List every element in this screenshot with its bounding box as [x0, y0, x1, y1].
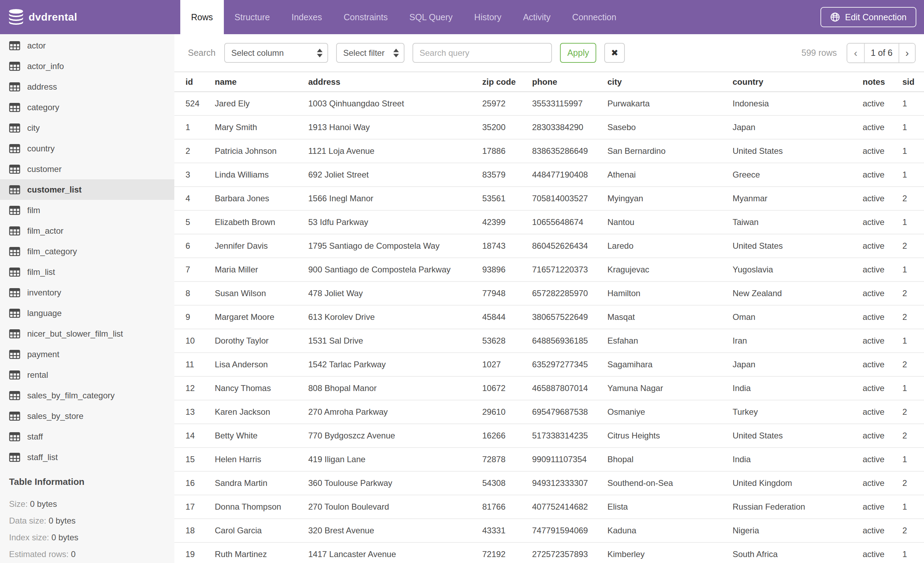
cell-address[interactable]: 270 Toulon Boulevard	[308, 495, 482, 519]
cell-country[interactable]: United Kingdom	[733, 471, 862, 495]
prev-page-button[interactable]: ‹	[847, 44, 865, 62]
cell-sid[interactable]: 2	[902, 471, 924, 495]
cell-id[interactable]: 2	[174, 139, 215, 163]
cell-id[interactable]: 3	[174, 163, 215, 187]
sidebar-item-payment[interactable]: payment	[0, 344, 174, 365]
cell-city[interactable]: San Bernardino	[608, 139, 733, 163]
cell-address[interactable]: 419 Iligan Lane	[308, 447, 482, 471]
cell-zip-code[interactable]: 45844	[482, 305, 532, 329]
cell-city[interactable]: Bhopal	[608, 447, 733, 471]
cell-phone[interactable]: 272572357893	[532, 542, 608, 563]
cell-sid[interactable]: 1	[902, 92, 924, 116]
cell-zip-code[interactable]: 93896	[482, 258, 532, 281]
cell-city[interactable]: Hamilton	[608, 281, 733, 305]
cell-phone[interactable]: 380657522649	[532, 305, 608, 329]
cell-name[interactable]: Karen Jackson	[215, 400, 308, 424]
cell-zip-code[interactable]: 16266	[482, 424, 532, 447]
cell-name[interactable]: Susan Wilson	[215, 281, 308, 305]
cell-address[interactable]: 900 Santiago de Compostela Parkway	[308, 258, 482, 281]
cell-address[interactable]: 1531 Sal Drive	[308, 329, 482, 353]
cell-sid[interactable]: 2	[902, 187, 924, 210]
edit-connection-button[interactable]: Edit Connection	[820, 7, 916, 27]
cell-id[interactable]: 4	[174, 187, 215, 210]
cell-zip-code[interactable]: 53561	[482, 187, 532, 210]
column-header-city[interactable]: city	[608, 72, 733, 92]
cell-country[interactable]: Yugoslavia	[733, 258, 862, 281]
cell-country[interactable]: Oman	[733, 305, 862, 329]
cell-name[interactable]: Maria Miller	[215, 258, 308, 281]
cell-zip-code[interactable]: 25972	[482, 92, 532, 116]
cell-phone[interactable]: 657282285970	[532, 281, 608, 305]
cell-name[interactable]: Nancy Thomas	[215, 376, 308, 400]
column-header-name[interactable]: name	[215, 72, 308, 92]
cell-address[interactable]: 1121 Loja Avenue	[308, 139, 482, 163]
cell-zip-code[interactable]: 17886	[482, 139, 532, 163]
sidebar-item-category[interactable]: category	[0, 97, 174, 117]
cell-id[interactable]: 18	[174, 519, 215, 542]
sidebar-item-rental[interactable]: rental	[0, 365, 174, 385]
clear-search-button[interactable]: ✖	[604, 43, 625, 63]
cell-sid[interactable]: 1	[902, 376, 924, 400]
cell-country[interactable]: Indonesia	[733, 92, 862, 116]
sidebar-item-sales_by_store[interactable]: sales_by_store	[0, 406, 174, 426]
tab-indexes[interactable]: Indexes	[280, 0, 333, 34]
column-header-address[interactable]: address	[308, 72, 482, 92]
sidebar-item-inventory[interactable]: inventory	[0, 282, 174, 303]
cell-city[interactable]: Nantou	[608, 210, 733, 234]
cell-address[interactable]: 1542 Tarlac Parkway	[308, 353, 482, 376]
cell-phone[interactable]: 517338314235	[532, 424, 608, 447]
cell-country[interactable]: Japan	[733, 116, 862, 139]
cell-city[interactable]: Purwakarta	[608, 92, 733, 116]
cell-city[interactable]: Southend-on-Sea	[608, 471, 733, 495]
cell-name[interactable]: Jared Ely	[215, 92, 308, 116]
cell-zip-code[interactable]: 1027	[482, 353, 532, 376]
column-header-sid[interactable]: sid	[902, 72, 924, 92]
cell-address[interactable]: 770 Bydgoszcz Avenue	[308, 424, 482, 447]
cell-country[interactable]: United States	[733, 139, 862, 163]
cell-name[interactable]: Helen Harris	[215, 447, 308, 471]
cell-name[interactable]: Patricia Johnson	[215, 139, 308, 163]
cell-phone[interactable]: 838635286649	[532, 139, 608, 163]
cell-country[interactable]: India	[733, 447, 862, 471]
cell-notes[interactable]: active	[862, 424, 902, 447]
cell-id[interactable]: 524	[174, 92, 215, 116]
cell-address[interactable]: 1913 Hanoi Way	[308, 116, 482, 139]
cell-id[interactable]: 12	[174, 376, 215, 400]
cell-country[interactable]: Myanmar	[733, 187, 862, 210]
cell-city[interactable]: Osmaniye	[608, 400, 733, 424]
cell-city[interactable]: Citrus Heights	[608, 424, 733, 447]
cell-zip-code[interactable]: 43331	[482, 519, 532, 542]
cell-notes[interactable]: active	[862, 542, 902, 563]
cell-phone[interactable]: 35533115997	[532, 92, 608, 116]
cell-city[interactable]: Athenai	[608, 163, 733, 187]
cell-notes[interactable]: active	[862, 116, 902, 139]
cell-city[interactable]: Kaduna	[608, 519, 733, 542]
sidebar-item-actor_info[interactable]: actor_info	[0, 56, 174, 77]
tab-rows[interactable]: Rows	[180, 0, 224, 34]
cell-phone[interactable]: 465887807014	[532, 376, 608, 400]
cell-address[interactable]: 1566 Inegl Manor	[308, 187, 482, 210]
cell-id[interactable]: 14	[174, 424, 215, 447]
cell-id[interactable]: 6	[174, 234, 215, 258]
cell-notes[interactable]: active	[862, 353, 902, 376]
cell-name[interactable]: Jennifer Davis	[215, 234, 308, 258]
sidebar-item-nicer_but_slower_film_list[interactable]: nicer_but_slower_film_list	[0, 323, 174, 344]
cell-name[interactable]: Dorothy Taylor	[215, 329, 308, 353]
cell-notes[interactable]: active	[862, 400, 902, 424]
cell-notes[interactable]: active	[862, 376, 902, 400]
tab-constraints[interactable]: Constraints	[333, 0, 399, 34]
column-header-phone[interactable]: phone	[532, 72, 608, 92]
cell-phone[interactable]: 860452626434	[532, 234, 608, 258]
tab-structure[interactable]: Structure	[224, 0, 280, 34]
cell-phone[interactable]: 705814003527	[532, 187, 608, 210]
cell-address[interactable]: 270 Amroha Parkway	[308, 400, 482, 424]
cell-city[interactable]: Esfahan	[608, 329, 733, 353]
cell-phone[interactable]: 10655648674	[532, 210, 608, 234]
cell-city[interactable]: Sagamihara	[608, 353, 733, 376]
cell-notes[interactable]: active	[862, 281, 902, 305]
cell-city[interactable]: Masqat	[608, 305, 733, 329]
cell-sid[interactable]: 1	[902, 258, 924, 281]
cell-name[interactable]: Lisa Anderson	[215, 353, 308, 376]
cell-notes[interactable]: active	[862, 139, 902, 163]
cell-phone[interactable]: 695479687538	[532, 400, 608, 424]
